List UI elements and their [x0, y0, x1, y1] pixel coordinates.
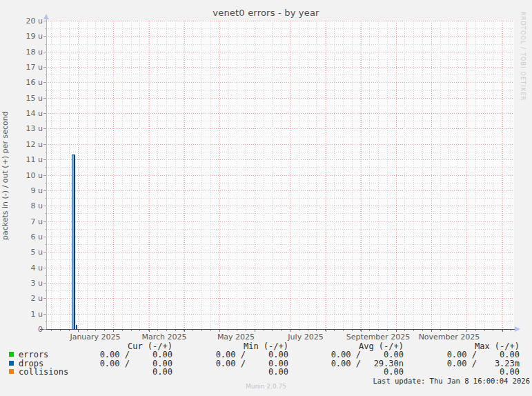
gridline-horizontal-minor	[46, 137, 514, 137]
y-tick-mark	[43, 252, 46, 253]
x-tick-mark-minor	[201, 330, 202, 331]
y-tick-label: 18 u	[8, 48, 43, 56]
y-tick-mark	[43, 298, 46, 299]
gridline-vertical-major	[113, 21, 114, 329]
gridline-vertical-minor	[51, 21, 52, 329]
gridline-vertical-minor	[60, 21, 61, 329]
x-tick-mark-minor	[237, 330, 237, 331]
gridline-vertical-major	[431, 21, 432, 329]
gridline-horizontal-major	[46, 128, 514, 129]
gridline-horizontal-major	[46, 221, 514, 222]
gridline-horizontal-major	[46, 98, 514, 99]
gridline-horizontal-major	[46, 298, 514, 299]
x-tick-mark-minor	[157, 330, 158, 331]
gridline-vertical-minor	[104, 21, 105, 329]
y-tick-label: 4 u	[8, 264, 43, 272]
x-tick-mark-minor	[352, 330, 353, 331]
gridline-vertical-minor	[316, 21, 317, 329]
x-tick-mark-minor	[404, 330, 405, 331]
gridline-horizontal-minor	[46, 106, 514, 106]
y-tick-mark	[43, 144, 46, 145]
y-tick-mark	[43, 52, 46, 52]
y-tick-mark-minor	[45, 198, 46, 199]
gridline-vertical-major	[184, 21, 185, 329]
y-tick-mark	[43, 113, 46, 114]
legend-value: 0.00	[444, 368, 520, 376]
y-tick-label: 8 u	[8, 202, 43, 210]
gridline-vertical-major	[396, 21, 397, 329]
x-tick-mark-minor	[316, 330, 317, 331]
gridline-horizontal-major	[46, 52, 514, 52]
y-tick-mark	[43, 159, 46, 160]
x-tick-mark-month	[502, 330, 503, 332]
y-tick-label: 14 u	[8, 110, 43, 117]
gridline-vertical-minor	[193, 21, 193, 329]
x-tick-mark-minor	[484, 330, 485, 331]
gridline-horizontal-major	[46, 314, 514, 315]
y-tick-label: 16 u	[8, 79, 43, 86]
y-axis-arrow-icon	[43, 14, 49, 19]
y-tick-mark-minor	[45, 167, 46, 168]
gridline-vertical-minor	[228, 21, 228, 329]
legend-value: 0.00	[328, 350, 404, 359]
x-tick-mark-month	[78, 330, 79, 332]
gridline-horizontal-major	[46, 144, 514, 145]
legend-value: 0.00	[213, 368, 288, 376]
legend-value: 0.00	[97, 350, 173, 359]
x-tick-mark-month	[431, 330, 432, 332]
gridline-horizontal-major	[46, 237, 514, 237]
gridline-vertical-minor	[281, 21, 282, 329]
y-tick-mark	[43, 82, 46, 83]
x-tick-mark-minor	[228, 330, 228, 331]
x-tick-mark-minor	[422, 330, 423, 331]
y-tick-mark	[43, 329, 46, 330]
x-tick-mark-minor	[246, 330, 246, 331]
gridline-vertical-minor	[387, 21, 388, 329]
y-tick-mark-minor	[45, 44, 46, 45]
gridline-horizontal-major	[46, 252, 514, 253]
x-tick-mark-month	[113, 330, 114, 332]
x-tick-mark-minor	[87, 330, 88, 331]
x-tick-mark-month	[466, 330, 467, 332]
x-tick-mark-minor	[299, 330, 299, 331]
gridline-vertical-minor	[457, 21, 458, 329]
x-tick-mark-minor	[122, 330, 123, 331]
gridline-vertical-minor	[511, 21, 511, 329]
legend-value: 0.00	[97, 368, 173, 376]
x-tick-mark-minor	[272, 330, 273, 331]
gridline-horizontal-major	[46, 206, 514, 206]
gridline-vertical-major	[149, 21, 150, 329]
gridline-horizontal-minor	[46, 75, 514, 75]
gridline-vertical-minor	[69, 21, 70, 329]
y-tick-mark-minor	[45, 137, 46, 137]
gridline-vertical-minor	[201, 21, 202, 329]
x-tick-mark-minor	[139, 330, 140, 331]
gridline-vertical-major	[361, 21, 362, 329]
gridline-vertical-minor	[157, 21, 158, 329]
y-axis-line	[46, 17, 47, 330]
y-tick-mark	[43, 21, 46, 21]
gridline-vertical-major	[466, 21, 467, 329]
y-tick-label: 1 u	[8, 310, 43, 318]
gridline-horizontal-minor	[46, 59, 514, 60]
x-tick-mark-minor	[210, 330, 211, 331]
gridline-vertical-minor	[272, 21, 273, 329]
gridline-horizontal-major	[46, 21, 514, 21]
y-tick-mark-minor	[45, 59, 46, 60]
y-tick-label: 13 u	[8, 125, 43, 132]
x-tick-mark-minor	[175, 330, 176, 331]
gridline-horizontal-major	[46, 113, 514, 114]
y-tick-mark	[43, 268, 46, 268]
y-tick-mark	[43, 221, 46, 222]
gridline-horizontal-major	[46, 268, 514, 268]
gridline-vertical-minor	[246, 21, 246, 329]
legend-label-errors: errors	[19, 350, 48, 359]
gridline-vertical-minor	[299, 21, 299, 329]
y-tick-mark-minor	[45, 229, 46, 230]
x-tick-mark-minor	[51, 330, 52, 331]
gridline-vertical-minor	[237, 21, 237, 329]
gridline-vertical-minor	[343, 21, 344, 329]
x-tick-mark-minor	[440, 330, 441, 331]
y-tick-mark-minor	[45, 152, 46, 152]
gridline-horizontal-major	[46, 283, 514, 284]
